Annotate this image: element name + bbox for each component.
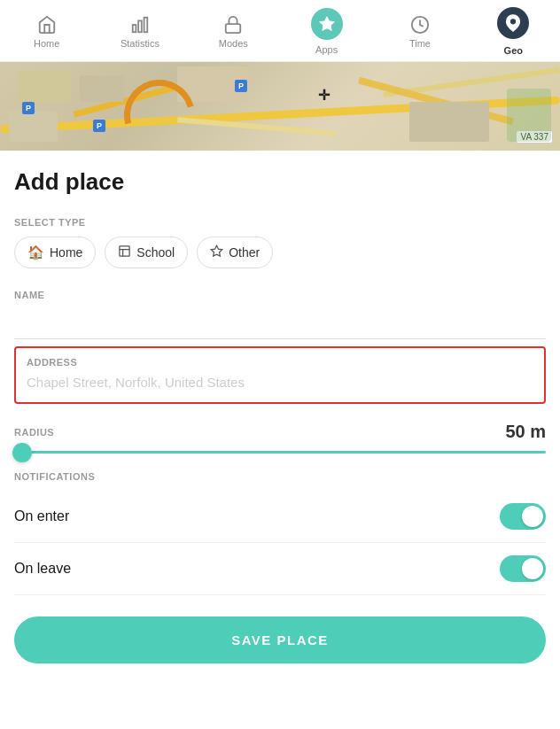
slider-thumb[interactable] [12,443,32,462]
nav-time[interactable]: Time [393,14,447,49]
svg-rect-0 [133,25,136,32]
name-section: NAME [14,290,546,339]
svg-rect-1 [138,20,142,32]
nav-apps[interactable]: Apps [300,8,354,55]
nav-home-label: Home [34,38,59,49]
form-content: Add place SELECT TYPE 🏠 Home School [0,151,560,595]
home-type-icon: 🏠 [27,244,44,260]
nav-modes-label: Modes [219,38,248,49]
top-navigation: Home Statistics Modes Apps [0,0,560,62]
svg-point-6 [511,19,516,24]
type-btn-other-label: Other [229,245,260,260]
time-icon [409,14,431,35]
svg-rect-7 [120,246,129,256]
name-input[interactable] [14,309,546,339]
nav-time-label: Time [409,38,431,49]
notifications-section: NOTIFICATIONS On enter On leave [14,471,546,595]
slider-track [14,451,546,454]
svg-marker-4 [319,17,334,31]
nav-geo-label: Geo [504,45,523,56]
home-icon [36,14,58,35]
modes-icon [222,14,244,35]
save-button-container: SAVE PLACE [0,617,560,685]
name-label: NAME [14,290,546,300]
nav-apps-label: Apps [315,44,338,55]
select-type-label: SELECT TYPE [14,217,546,228]
select-type-section: SELECT TYPE 🏠 Home School [14,217,546,268]
save-place-button[interactable]: SAVE PLACE [14,617,546,663]
nav-statistics[interactable]: Statistics [113,14,167,49]
notification-enter-toggle[interactable] [500,503,546,530]
notification-leave-label: On leave [14,561,71,577]
type-btn-school[interactable]: School [105,237,188,268]
nav-geo[interactable]: Geo [486,7,540,56]
page-title: Add place [14,168,546,196]
type-buttons-group: 🏠 Home School Other [14,237,546,268]
type-btn-school-label: School [136,245,175,260]
statistics-icon [129,14,151,35]
address-section: ADDRESS Chapel Street, Norfolk, United S… [14,346,546,404]
svg-rect-3 [226,24,241,33]
type-btn-home-label: Home [50,245,82,260]
address-placeholder-text: Chapel Street, Norfolk, United States [27,375,533,390]
school-type-icon [118,244,131,260]
type-btn-home[interactable]: 🏠 Home [14,237,96,268]
svg-rect-2 [144,18,148,33]
type-btn-other[interactable]: Other [197,237,273,268]
map-preview: P P P ✛ VA 337 [0,62,560,151]
nav-statistics-label: Statistics [121,38,159,49]
radius-row: RADIUS 50 m [14,422,546,442]
notification-row-enter: On enter [14,491,546,543]
notification-row-leave: On leave [14,543,546,595]
svg-marker-10 [211,245,222,256]
apps-icon-wrapper [311,8,343,40]
other-type-icon [210,244,223,260]
nav-home[interactable]: Home [20,14,74,49]
notification-enter-label: On enter [14,508,69,524]
geo-icon-wrapper [497,7,529,39]
nav-modes[interactable]: Modes [206,14,260,49]
radius-label: RADIUS [14,427,54,438]
radius-value: 50 m [505,422,546,442]
notification-leave-toggle[interactable] [500,555,546,582]
radius-slider-container [14,451,546,454]
address-label: ADDRESS [27,357,533,368]
notifications-label: NOTIFICATIONS [14,471,546,482]
